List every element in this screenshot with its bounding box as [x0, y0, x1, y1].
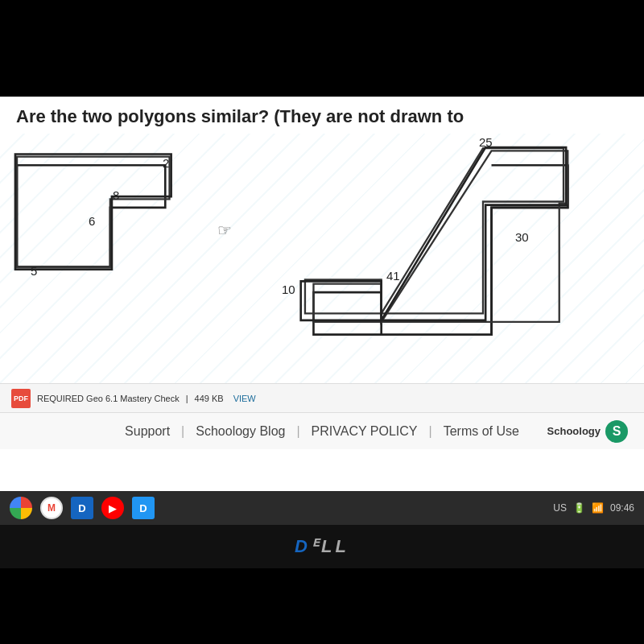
poly1-final [15, 155, 171, 270]
time-label: 09:46 [610, 502, 634, 514]
taskbar: M D ▶ D US 🔋 📶 09:46 [0, 491, 644, 525]
docs-icon[interactable]: D [71, 497, 93, 519]
footer-wrapper: Support | Schoology Blog | PRIVACY POLIC… [0, 412, 644, 449]
locale-label: US [553, 502, 567, 514]
schoology-brand: Schoology S [547, 420, 628, 443]
footer-support[interactable]: Support [117, 424, 178, 439]
wifi-icon: 📶 [592, 502, 604, 514]
pdf-size-val: 449 KB [195, 394, 224, 403]
screen-area: Are the two polygons similar? (They are … [0, 97, 644, 491]
footer-blog[interactable]: Schoology Blog [188, 424, 293, 439]
pdf-icon: PDF [11, 389, 31, 408]
question-text: Are the two polygons similar? (They are … [16, 106, 464, 126]
schoology-text: Schoology [547, 425, 601, 437]
pdf-bar: PDF REQUIRED Geo 6.1 Mastery Check | 449… [0, 383, 644, 412]
sep3: | [429, 424, 432, 439]
gmail-icon[interactable]: M [40, 497, 63, 519]
pdf-size: | [186, 394, 188, 403]
footer-privacy[interactable]: PRIVACY POLICY [303, 424, 426, 439]
diagram-area: 2 8 6 5 25 30 41 10 ☞ [0, 134, 644, 383]
final-shapes [0, 134, 644, 383]
dell-logo: DᴱLL [295, 536, 349, 557]
drive-icon[interactable]: D [132, 497, 155, 519]
taskbar-right: US 🔋 📶 09:46 [553, 502, 634, 514]
sep1: | [181, 424, 184, 439]
question-header: Are the two polygons similar? (They are … [0, 97, 644, 134]
dell-label: D [295, 536, 311, 556]
dell-area: DᴱLL [0, 525, 644, 568]
battery-icon: 🔋 [573, 502, 585, 514]
top-black-bar [0, 0, 644, 97]
footer-terms[interactable]: Terms of Use [436, 424, 527, 439]
poly2-final [301, 147, 566, 320]
dell-label2: ᴱLL [311, 536, 349, 556]
pdf-view-link[interactable]: VIEW [233, 394, 256, 403]
pdf-filename: REQUIRED Geo 6.1 Mastery Check [37, 394, 180, 403]
schoology-s-icon: S [605, 420, 628, 443]
chrome-icon[interactable] [10, 497, 32, 519]
youtube-icon[interactable]: ▶ [101, 497, 124, 519]
footer-links: Support | Schoology Blog | PRIVACY POLIC… [117, 424, 527, 439]
sep2: | [296, 424, 299, 439]
